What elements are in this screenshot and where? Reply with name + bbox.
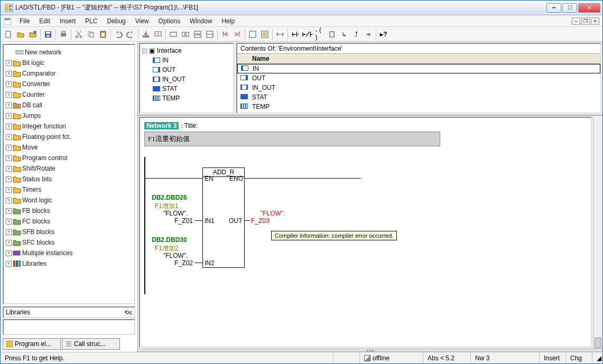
save-button[interactable]	[42, 29, 54, 40]
cut-button[interactable]	[73, 29, 85, 40]
expander-icon[interactable]: +	[6, 134, 12, 140]
tree-item-shift-rotate[interactable]: +Shift/Rotate	[5, 163, 133, 174]
maximize-button[interactable]: ☐	[562, 3, 577, 13]
expander-icon[interactable]: +	[6, 176, 12, 182]
interface-root[interactable]: − ▣ Interface	[142, 46, 231, 55]
menu-view[interactable]: View	[131, 16, 153, 26]
tb-icon-1[interactable]	[168, 29, 179, 40]
tree-item-bit-logic[interactable]: +Bit logic	[5, 58, 133, 68]
monitor-button[interactable]	[152, 29, 164, 40]
titlebar[interactable]: LAD/STL/FBD - [FB1 -- "逻辑控制" -- 例子\S7 Pr…	[1, 1, 602, 15]
iface-stat[interactable]: STAT	[142, 84, 231, 94]
tb-exclaim[interactable]: !<	[219, 29, 231, 40]
expander-icon[interactable]: +	[6, 240, 12, 246]
sig1-addr[interactable]: DB2.DBD26	[152, 194, 187, 201]
tree-item-fb-blocks[interactable]: +FB blocks	[5, 206, 133, 216]
contents-row-in[interactable]: IN	[237, 64, 600, 73]
contents-row-inout[interactable]: IN_OUT	[237, 83, 600, 92]
copy-button[interactable]	[85, 29, 97, 40]
tree-new-network[interactable]: New network	[14, 47, 133, 58]
tree-item-db-call[interactable]: +DB call	[5, 100, 133, 110]
undo-button[interactable]	[113, 29, 124, 40]
open-button[interactable]	[15, 29, 26, 40]
mdi-restore[interactable]: ❐	[581, 17, 590, 25]
new-button[interactable]	[3, 29, 14, 40]
close-button[interactable]: ✕	[578, 3, 600, 13]
iface-in[interactable]: IN	[142, 55, 231, 65]
expander-icon[interactable]: +	[6, 198, 12, 203]
help-cursor-icon[interactable]: ▸?	[378, 29, 389, 40]
no-contact-icon[interactable]: ⊢⊦	[290, 29, 301, 40]
iface-out[interactable]: OUT	[142, 65, 231, 74]
download-button[interactable]	[140, 29, 152, 40]
tree-item-comparator[interactable]: +Comparator	[5, 68, 133, 79]
expander-icon[interactable]: +	[6, 219, 12, 225]
menu-plc[interactable]: PLC	[81, 16, 101, 26]
sig1-var[interactable]: F_Z01	[165, 217, 193, 225]
expander-icon[interactable]: +	[6, 261, 12, 267]
fbd-canvas[interactable]: ADD_R EN ENO IN1 OUT IN2 DB2.DBD26 F1增加1…	[144, 157, 514, 305]
iface-temp[interactable]: TEMP	[142, 94, 231, 103]
network-comment[interactable]: F1流量初始值	[144, 132, 440, 146]
expander-icon[interactable]: +	[6, 229, 12, 235]
libraries-list[interactable]	[3, 319, 135, 335]
libraries-filter[interactable]: Libraries ⟲≤	[3, 306, 135, 318]
expander-icon[interactable]: +	[6, 145, 12, 151]
tree-item-libraries[interactable]: +Libraries	[5, 258, 133, 269]
nc-contact-icon[interactable]: ⊬⊦	[302, 29, 313, 40]
branch-open-icon[interactable]: ↳	[338, 29, 350, 40]
sig2-addr[interactable]: DB2.DBD30	[152, 236, 187, 244]
tree-item-timers[interactable]: +Timers	[5, 184, 133, 195]
tree-item-word-logic[interactable]: +Word logic	[5, 195, 133, 206]
print-button[interactable]	[58, 29, 69, 40]
iface-inout[interactable]: IN_OUT	[142, 74, 231, 84]
expander-icon[interactable]: +	[6, 60, 12, 66]
expander-icon[interactable]: +	[6, 250, 12, 256]
tab-program-elements[interactable]: Program el...	[3, 338, 61, 350]
menu-edit[interactable]: Edit	[35, 16, 54, 26]
menu-window[interactable]: Window	[185, 16, 217, 26]
tree-item-floating-point-fct-[interactable]: +Floating-point fct.	[5, 132, 133, 142]
sigout-var[interactable]: F_Z03	[251, 217, 270, 225]
network-badge[interactable]: Network 3	[144, 122, 179, 129]
menu-help[interactable]: Help	[218, 16, 239, 26]
tb-view2[interactable]	[259, 29, 271, 40]
expander-icon[interactable]: +	[6, 102, 12, 108]
menu-insert[interactable]: Insert	[55, 16, 80, 26]
interface-tree[interactable]: − ▣ Interface IN OUT IN_OUT STAT TEMP	[139, 43, 234, 114]
tree-item-counter[interactable]: +Counter	[5, 89, 133, 100]
contents-header[interactable]: Name	[237, 53, 600, 64]
box-icon[interactable]	[326, 29, 338, 40]
tree-item-sfb-blocks[interactable]: +SFB blocks	[5, 227, 133, 237]
tb-icon-3[interactable]	[192, 29, 203, 40]
scroll-thumb[interactable]	[595, 338, 601, 348]
sig2-var[interactable]: F_Z02	[165, 259, 193, 267]
menu-file[interactable]: File	[15, 16, 34, 26]
menu-debug[interactable]: Debug	[103, 16, 129, 26]
expander-icon[interactable]: +	[6, 155, 12, 161]
branch-close-icon[interactable]: ⤴	[350, 29, 362, 40]
coil-icon[interactable]: -( )	[314, 29, 326, 40]
contents-row-out[interactable]: OUT	[237, 73, 600, 83]
tree-item-sfc-blocks[interactable]: +SFC blocks	[5, 237, 133, 248]
redo-button[interactable]	[125, 29, 136, 40]
expander-icon[interactable]: +	[6, 208, 12, 214]
expander-icon[interactable]: +	[6, 113, 12, 119]
tree-item-jumps[interactable]: +Jumps	[5, 110, 133, 121]
tree-item-status-bits[interactable]: +Status bits	[5, 174, 133, 184]
tree-item-integer-function[interactable]: +Integer function	[5, 121, 133, 132]
save-online-button[interactable]	[27, 29, 39, 40]
mdi-minimize[interactable]: –	[572, 17, 580, 25]
expander-icon[interactable]: +	[6, 124, 12, 129]
tb-lad-icon[interactable]: ⊢⊣	[274, 29, 286, 40]
tb-exclaim2[interactable]: >!	[231, 29, 243, 40]
tree-item-converter[interactable]: +Converter	[5, 79, 133, 89]
tb-icon-4[interactable]	[204, 29, 216, 40]
ladder-editor[interactable]: Network 3 : Title: F1流量初始值	[139, 117, 592, 348]
tab-call-structure[interactable]: Call struc...	[62, 338, 120, 350]
tree-item-multiple-instances[interactable]: +Multiple instances	[5, 248, 133, 258]
expander-icon[interactable]: +	[6, 166, 12, 172]
expander-icon[interactable]: +	[6, 92, 12, 98]
editor-scrollbar[interactable]	[593, 116, 602, 349]
expander-icon[interactable]: +	[6, 81, 12, 87]
